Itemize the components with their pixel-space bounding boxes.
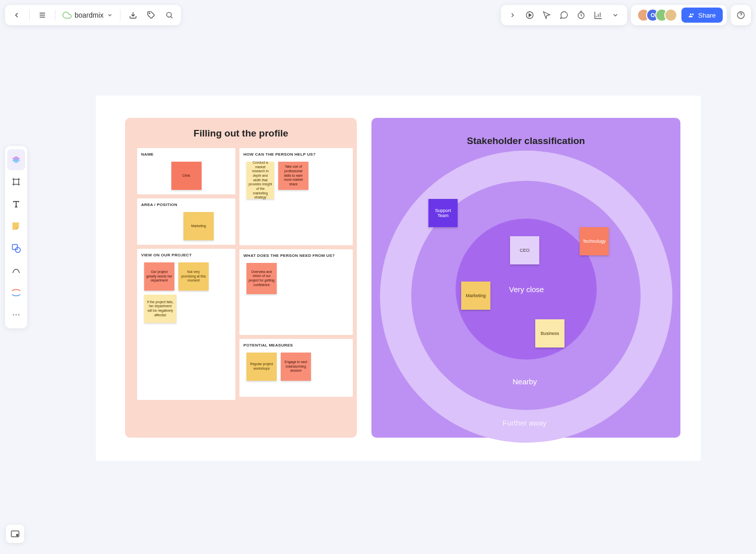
sticky-note[interactable]: Take use of professional skills to earn … bbox=[278, 162, 308, 190]
search-button[interactable] bbox=[162, 8, 177, 23]
sticky-note[interactable]: Overview and vision of our project for g… bbox=[246, 263, 277, 294]
ring-label-inner: Very close bbox=[509, 285, 544, 294]
share-icon bbox=[688, 12, 695, 19]
svg-point-8 bbox=[16, 314, 17, 316]
svg-point-11 bbox=[17, 534, 18, 536]
svg-point-6 bbox=[15, 247, 20, 252]
svg-point-1 bbox=[166, 13, 171, 17]
sticky-note[interactable]: Not very promising at this moment bbox=[178, 262, 209, 291]
card-label: VIEW ON OUR PROJECT bbox=[141, 253, 231, 257]
svg-point-7 bbox=[13, 314, 14, 316]
card-label: NAME bbox=[141, 152, 231, 157]
card-need[interactable]: WHAT DOES THE PERSON NEED FROM US? Overv… bbox=[239, 249, 353, 335]
profile-title: Filling out the profile bbox=[137, 128, 345, 139]
chevron-down-icon bbox=[107, 12, 113, 18]
sticky-marketing[interactable]: Marketing bbox=[461, 282, 490, 310]
timer-button[interactable] bbox=[574, 8, 589, 23]
sticky-technology[interactable]: Technology bbox=[580, 227, 609, 255]
canvas[interactable]: Filling out the profile NAME Chris AREA … bbox=[96, 96, 701, 461]
shape-tool[interactable] bbox=[7, 238, 25, 259]
card-area[interactable]: AREA / POSITION Marketing bbox=[137, 198, 235, 245]
download-button[interactable] bbox=[125, 8, 141, 23]
share-label: Share bbox=[698, 12, 716, 19]
sticky-note[interactable]: Chris bbox=[171, 162, 202, 190]
document-name[interactable]: boardmix bbox=[60, 11, 115, 20]
more-tool[interactable] bbox=[7, 304, 25, 325]
sticky-tool[interactable] bbox=[7, 216, 25, 237]
tool-group bbox=[501, 5, 627, 25]
line-tool[interactable] bbox=[7, 260, 25, 281]
divider bbox=[120, 10, 120, 21]
sticky-note[interactable]: Marketing bbox=[183, 212, 214, 240]
tag-button[interactable] bbox=[144, 8, 159, 23]
avatar[interactable] bbox=[664, 9, 677, 22]
more-tools-button[interactable] bbox=[608, 8, 623, 23]
back-button[interactable] bbox=[9, 8, 24, 23]
card-view[interactable]: VIEW ON OUR PROJECT Our project greatly … bbox=[137, 249, 235, 400]
card-label: WHAT DOES THE PERSON NEED FROM US? bbox=[243, 253, 349, 258]
divider bbox=[29, 10, 30, 21]
card-help[interactable]: HOW CAN THE PERSON HELP US? Conduct a ma… bbox=[239, 148, 353, 245]
sticky-note[interactable]: Regular project workshops bbox=[246, 353, 277, 381]
sticky-note[interactable]: If the project fails, her department wil… bbox=[144, 295, 176, 323]
connector-tool[interactable] bbox=[7, 282, 25, 303]
play-button[interactable] bbox=[522, 8, 537, 23]
sticky-business[interactable]: Business bbox=[535, 319, 564, 348]
top-right-toolbar: O Share bbox=[501, 5, 751, 25]
templates-tool[interactable] bbox=[7, 149, 25, 170]
help-button[interactable] bbox=[731, 5, 751, 25]
card-label: AREA / POSITION bbox=[141, 202, 231, 207]
svg-point-9 bbox=[18, 314, 20, 316]
stakeholder-panel[interactable]: Stakeholder classification Very close Ne… bbox=[371, 118, 680, 438]
comment-button[interactable] bbox=[556, 8, 572, 23]
sticky-note[interactable]: Conduct a market research in depth and w… bbox=[246, 162, 274, 199]
card-name[interactable]: NAME Chris bbox=[137, 148, 235, 194]
document-name-text: boardmix bbox=[75, 11, 104, 19]
avatar-stack[interactable]: O bbox=[637, 9, 677, 22]
side-tool-panel bbox=[5, 146, 27, 328]
sticky-support[interactable]: Support Team bbox=[428, 199, 458, 227]
divider bbox=[55, 10, 55, 21]
sticky-ceo[interactable]: CEO bbox=[510, 236, 539, 264]
menu-button[interactable] bbox=[35, 8, 50, 23]
chart-button[interactable] bbox=[591, 8, 606, 23]
svg-point-0 bbox=[149, 13, 150, 14]
stakeholder-title: Stakeholder classification bbox=[371, 135, 680, 147]
profile-panel[interactable]: Filling out the profile NAME Chris AREA … bbox=[125, 118, 357, 438]
text-tool[interactable] bbox=[7, 193, 25, 215]
card-measures[interactable]: POTENTIAL MEASURES Regular project works… bbox=[239, 339, 353, 397]
card-label: POTENTIAL MEASURES bbox=[243, 343, 349, 348]
top-left-toolbar: boardmix bbox=[5, 5, 181, 25]
collab-group: O Share bbox=[631, 5, 727, 25]
ring-label-mid: Nearby bbox=[513, 377, 537, 386]
frame-tool[interactable] bbox=[7, 171, 25, 192]
sticky-note[interactable]: Engage in next brainstorming session bbox=[281, 353, 311, 381]
cloud-icon bbox=[62, 11, 72, 20]
ring-label-outer: Further away bbox=[502, 419, 547, 427]
card-label: HOW CAN THE PERSON HELP US? bbox=[243, 152, 349, 157]
share-button[interactable]: Share bbox=[681, 8, 723, 23]
sticky-note[interactable]: Our project greatly needs her department bbox=[144, 262, 174, 291]
minimap-button[interactable] bbox=[6, 525, 24, 543]
cursor-button[interactable] bbox=[539, 8, 554, 23]
expand-button[interactable] bbox=[505, 8, 520, 23]
svg-rect-5 bbox=[13, 245, 18, 250]
